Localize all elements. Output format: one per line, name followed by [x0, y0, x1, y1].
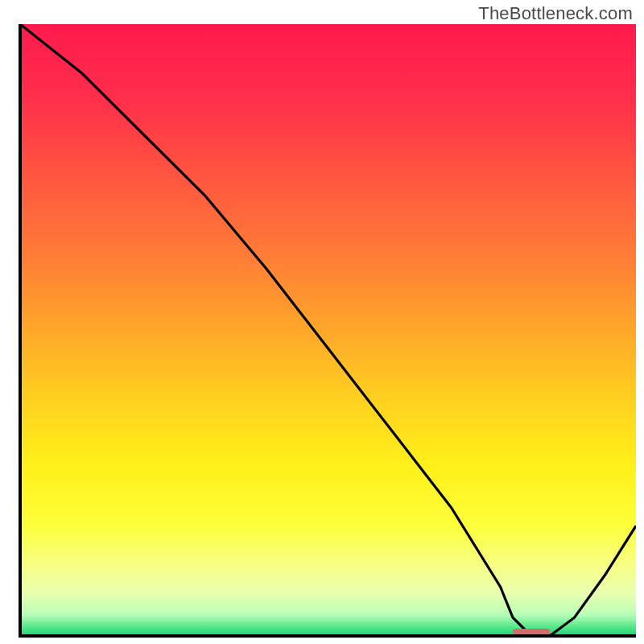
optimal-range-marker	[513, 629, 550, 635]
chart-container: TheBottleneck.com	[0, 0, 644, 644]
gradient-background	[20, 24, 636, 636]
watermark-text: TheBottleneck.com	[478, 3, 633, 24]
bottleneck-chart	[0, 0, 644, 644]
